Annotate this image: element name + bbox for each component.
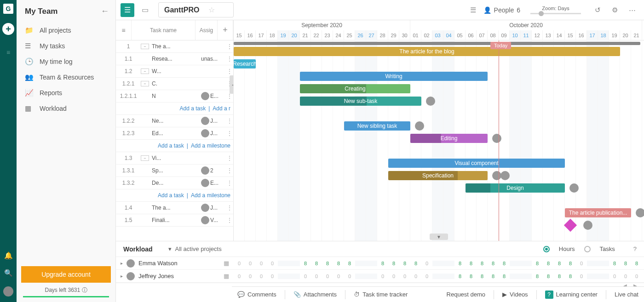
task-row[interactable]: 1.3.1 Sp... 2 ⋮ [116, 165, 233, 177]
add-task-row[interactable]: Add a task | Add a milestone [116, 189, 233, 202]
collapse-icon[interactable]: − [141, 44, 149, 49]
user-avatar[interactable] [3, 286, 13, 296]
add-button[interactable]: + [2, 23, 14, 35]
row-menu-icon[interactable]: ⋮ [227, 167, 233, 174]
sidebar-item-0[interactable]: 📁All projects [17, 23, 115, 38]
task-row[interactable]: 1.2.2 Ne... J... ⋮ [116, 115, 233, 127]
sidebar-item-2[interactable]: 🕒My time log [17, 54, 115, 69]
sidebar-item-5[interactable]: ▦Workload [17, 101, 115, 116]
gantt-bar[interactable]: Design [466, 183, 565, 193]
milestone-icon[interactable] [564, 219, 577, 232]
add-task-row[interactable]: Add a task | Add a r [116, 103, 233, 115]
expand-person-icon[interactable]: ▸ [121, 261, 123, 266]
gantt-bar[interactable]: Editing [410, 134, 488, 143]
gantt-bar[interactable]: New sibling task [344, 121, 410, 131]
calendar-icon[interactable]: ▦ [224, 260, 229, 267]
task-row[interactable]: 1.1 Resea... unas... ⋮ [116, 53, 233, 65]
task-row[interactable]: 1.5 Finali... V... ⋮ [116, 214, 233, 227]
assignee-avatar[interactable] [492, 171, 501, 180]
time-tracker-tab[interactable]: ⏱ Task time tracker [354, 291, 408, 298]
learning-link[interactable]: ?Learning center [545, 291, 598, 299]
row-menu-icon[interactable]: ⋮ [227, 217, 233, 223]
assignee-avatar[interactable] [415, 121, 424, 131]
task-row[interactable]: 1.4 The a... J... ⋮ [116, 202, 233, 214]
expand-gantt-button[interactable]: ▼ [430, 234, 448, 240]
assignee-avatar[interactable] [426, 97, 435, 106]
row-menu-icon[interactable]: ⋮ [227, 56, 233, 62]
task-assignee[interactable]: J... [201, 117, 227, 125]
assignee-avatar[interactable] [636, 208, 644, 217]
radio-tasks[interactable] [584, 246, 591, 252]
help-icon[interactable]: ? [633, 245, 637, 252]
demo-link[interactable]: Request demo [447, 291, 486, 298]
gantt-bar[interactable]: Specification [388, 171, 488, 180]
chat-link[interactable]: Live chat [615, 291, 638, 298]
row-menu-icon[interactable]: ⋮ [227, 43, 233, 50]
expand-grid-button[interactable]: ◀ [230, 75, 234, 94]
task-assignee[interactable]: 2 [201, 166, 227, 175]
row-menu-icon[interactable]: ⋮ [227, 180, 233, 186]
task-assignee[interactable]: J... [201, 129, 227, 137]
people-button[interactable]: 👤 People 6 [483, 6, 520, 14]
task-assignee[interactable]: V... [201, 216, 227, 224]
filter-icon[interactable]: ☰ [466, 6, 480, 14]
collapse-icon[interactable]: − [141, 68, 149, 74]
search-icon[interactable]: 🔍 [4, 269, 13, 277]
gantt-chart[interactable]: September 2020October 2020 1516171819202… [234, 20, 644, 241]
add-column-button[interactable]: + [218, 20, 233, 40]
task-row[interactable]: 1.3.2 De... E... ⋮ [116, 177, 233, 189]
grid-settings-icon[interactable]: ≡ [116, 20, 132, 40]
row-menu-icon[interactable]: ⋮ [227, 118, 233, 124]
videos-link[interactable]: ▶ Videos [502, 291, 528, 298]
assignee-avatar[interactable] [583, 221, 592, 230]
task-row[interactable]: 1 − The a... ⋮ [116, 40, 233, 53]
task-row[interactable]: 1.2.1.1 N E... ⋮ [116, 90, 233, 103]
star-icon[interactable]: ☆ [208, 6, 215, 14]
gantt-bar[interactable]: Visual component [388, 159, 565, 168]
gantt-bar[interactable]: New sub-task [300, 97, 421, 106]
row-menu-icon[interactable]: ⋮ [227, 68, 233, 74]
radio-hours[interactable] [543, 246, 550, 252]
task-assignee[interactable]: E... [201, 179, 227, 187]
collapse-icon[interactable]: − [141, 81, 149, 86]
gantt-bar[interactable]: Creating [300, 84, 410, 93]
sidebar-item-4[interactable]: 📈Reports [17, 85, 115, 101]
collapse-sidebar-icon[interactable]: ← [101, 6, 109, 16]
gantt-bar[interactable]: The article publication... [565, 208, 631, 217]
column-task-name[interactable]: Task name [132, 20, 196, 40]
task-row[interactable]: 1.2 − W... ⋮ [116, 65, 233, 78]
bell-icon[interactable]: 🔔 [4, 251, 13, 260]
assignee-avatar[interactable] [500, 171, 510, 180]
zoom-control[interactable]: Zoom: Days [530, 6, 581, 14]
gantt-view-button[interactable]: ☰ [121, 3, 134, 17]
workload-filter[interactable]: ▾ All active projects [168, 245, 222, 252]
expand-person-icon[interactable]: ▸ [121, 274, 123, 279]
sidebar-item-3[interactable]: 👥Team & Resources [17, 69, 115, 85]
board-view-button[interactable]: ▭ [138, 3, 152, 17]
settings-icon[interactable]: ⚙ [608, 6, 621, 14]
comments-tab[interactable]: 💬 Comments [237, 291, 276, 298]
assignee-avatar[interactable] [569, 183, 579, 193]
task-assignee[interactable]: J... [201, 204, 227, 212]
task-row[interactable]: 1.2.3 Ed... J... ⋮ [116, 127, 233, 140]
sidebar-item-1[interactable]: ☰My tasks [17, 38, 115, 54]
row-menu-icon[interactable]: ⋮ [227, 93, 233, 99]
collapse-icon[interactable]: − [141, 155, 149, 161]
gantt-bar[interactable]: Writing [300, 72, 488, 81]
row-menu-icon[interactable]: ⋮ [227, 130, 233, 137]
task-assignee[interactable]: E... [201, 92, 227, 100]
calendar-icon[interactable]: ▦ [224, 273, 229, 279]
zoom-slider[interactable] [530, 13, 581, 14]
row-menu-icon[interactable]: ⋮ [227, 205, 233, 211]
history-icon[interactable]: ↺ [591, 6, 604, 14]
task-row[interactable]: 1.2.1 − C. ⋮ [116, 78, 233, 90]
assignee-avatar[interactable] [492, 134, 501, 143]
task-row[interactable]: 1.3 − Vi... ⋮ [116, 152, 233, 165]
more-icon[interactable]: ⋯ [625, 6, 639, 14]
menu-icon[interactable]: ≡ [6, 49, 10, 56]
column-assignee[interactable]: Assig [196, 20, 218, 40]
add-task-row[interactable]: Add a task | Add a milestone [116, 140, 233, 152]
task-assignee[interactable]: unas... [201, 56, 227, 62]
gantt-bar[interactable]: Research🔥 [234, 59, 256, 68]
project-title-box[interactable]: GanttPRO ☆ [158, 2, 234, 17]
